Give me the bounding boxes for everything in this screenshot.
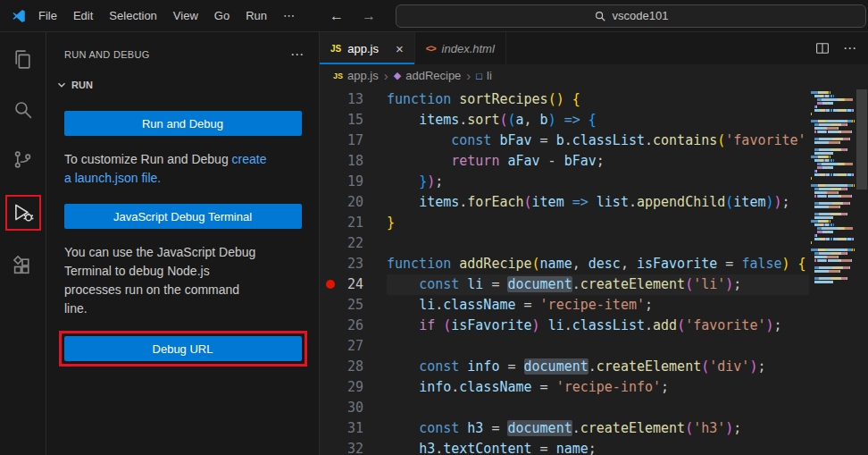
activity-extensions-icon[interactable]	[9, 252, 38, 281]
js-debug-terminal-button[interactable]: JavaScript Debug Terminal	[64, 204, 302, 229]
code-line-13[interactable]: function sortRecipes() {	[387, 89, 809, 110]
search-icon	[594, 10, 606, 22]
breadcrumb-item-app.js[interactable]: JSapp.js	[333, 69, 379, 82]
code-token: )	[765, 317, 773, 333]
activity-run-debug-icon[interactable]	[5, 195, 41, 231]
menu-item-file[interactable]: File	[30, 5, 65, 26]
minimap-segment	[811, 166, 817, 169]
scrollbar-thumb[interactable]	[856, 89, 867, 190]
line-number-32[interactable]: 32	[320, 439, 379, 455]
line-number-28[interactable]: 28	[320, 357, 379, 377]
code-token	[387, 173, 419, 190]
code-token: )	[782, 256, 790, 272]
chevron-right-icon: ›	[466, 68, 471, 83]
minimap[interactable]	[809, 89, 855, 455]
minimap-segment	[833, 223, 834, 226]
code-token: .	[564, 132, 572, 148]
line-number-24[interactable]: 24	[320, 274, 379, 295]
sidebar-more-actions-icon[interactable]: ⋯	[290, 46, 305, 63]
minimap-line	[809, 206, 855, 208]
line-number-31[interactable]: 31	[320, 418, 379, 439]
activity-search-icon[interactable]	[9, 95, 38, 123]
minimap-segment	[811, 177, 812, 180]
line-number-29[interactable]: 29	[320, 377, 379, 398]
breadcrumb-item-addRecipe[interactable]: ◆addRecipe	[394, 69, 462, 82]
line-number-26[interactable]: 26	[320, 316, 379, 336]
minimap-segment	[832, 216, 833, 219]
tab-app.js[interactable]: JSapp.js×	[320, 32, 415, 64]
activity-explorer-icon[interactable]	[9, 45, 38, 73]
minimap-segment	[823, 277, 830, 280]
editor-more-actions-icon[interactable]: ⋯	[843, 40, 857, 56]
code-line-15[interactable]: items.sort((a, b) => {	[387, 110, 809, 131]
minimap-segment	[847, 148, 847, 151]
code-line-20[interactable]: items.forEach(item => list.appendChild(i…	[387, 192, 809, 213]
line-number-27[interactable]: 27	[320, 336, 379, 357]
code-line-32[interactable]: h3.textContent = name;	[387, 439, 809, 455]
run-and-debug-button[interactable]: Run and Debug	[64, 111, 302, 136]
line-number-20[interactable]: 20	[320, 192, 379, 213]
activity-source-control-icon[interactable]	[9, 145, 38, 173]
code-token: ;	[588, 441, 597, 455]
line-number-22[interactable]: 22	[320, 233, 379, 254]
line-number-15[interactable]: 15	[320, 110, 379, 131]
code-line-23[interactable]: function addRecipe(name, desc, isFavorit…	[387, 254, 809, 274]
code-token: -	[540, 153, 564, 169]
code-line-29[interactable]: info.className = 'recipe-info';	[387, 377, 809, 398]
code-token: 'li'	[693, 276, 725, 292]
code-token: .	[645, 317, 653, 333]
code-token: desc	[588, 256, 621, 272]
minimap-segment	[830, 98, 837, 101]
run-section-header[interactable]: RUN	[46, 63, 319, 91]
code-line-31[interactable]: const h3 = document.createElement('h3');	[387, 418, 809, 439]
code-lines[interactable]: function sortRecipes() { items.sort((a, …	[379, 89, 809, 455]
code-token: {	[588, 112, 597, 128]
minimap-segment	[830, 259, 838, 262]
code-line-17[interactable]: const bFav = b.classList.contains('favor…	[387, 131, 809, 151]
search-box[interactable]: vscode101	[396, 4, 866, 28]
run-debug-sidebar: RUN AND DEBUG ⋯ RUN Run and Debug To cus…	[46, 32, 320, 455]
breakpoint-icon[interactable]	[326, 280, 335, 289]
code-line-19[interactable]: });	[387, 172, 809, 192]
line-number-21[interactable]: 21	[320, 213, 379, 233]
code-line-22[interactable]	[387, 233, 809, 254]
menu-item-view[interactable]: View	[165, 5, 206, 26]
line-number-19[interactable]: 19	[320, 172, 379, 192]
menu-item-edit[interactable]: Edit	[65, 5, 101, 26]
code-line-21[interactable]: }	[387, 213, 809, 233]
line-number-25[interactable]: 25	[320, 295, 379, 316]
line-number-text: 20	[347, 192, 363, 213]
code-line-25[interactable]: li.className = 'recipe-item';	[387, 295, 809, 316]
line-number-text: 13	[347, 89, 363, 110]
minimap-segment	[825, 266, 831, 269]
code-line-18[interactable]: return aFav - bFav;	[387, 151, 809, 172]
line-number-text: 28	[347, 357, 363, 377]
sidebar-title: RUN AND DEBUG	[64, 49, 150, 60]
menu-item-selection[interactable]: Selection	[101, 5, 164, 26]
debug-url-button[interactable]: Debug URL	[64, 336, 302, 361]
back-arrow-icon[interactable]: ←	[330, 8, 344, 24]
menu-item-more[interactable]: ⋯	[275, 5, 303, 26]
code-line-30[interactable]	[387, 398, 809, 418]
code-line-24[interactable]: const li = document.createElement('li');	[387, 274, 809, 295]
line-number-13[interactable]: 13	[320, 89, 379, 110]
code-line-27[interactable]	[387, 336, 809, 357]
code-line-28[interactable]: const info = document.createElement('div…	[387, 357, 809, 377]
minimap-line	[809, 195, 855, 198]
code-editor[interactable]: 131517181920212223242526272829303132 fun…	[320, 87, 868, 455]
line-number-30[interactable]: 30	[320, 398, 379, 418]
line-number-23[interactable]: 23	[320, 254, 379, 274]
breadcrumb-item-li[interactable]: □li	[476, 69, 491, 82]
split-editor-icon[interactable]	[814, 40, 830, 56]
forward-arrow-icon[interactable]: →	[362, 8, 376, 24]
minimap-segment	[838, 98, 844, 101]
code-line-26[interactable]: if (isFavorite) li.classList.add('favori…	[387, 316, 809, 336]
line-number-17[interactable]: 17	[320, 131, 379, 151]
menu-item-run[interactable]: Run	[238, 5, 275, 26]
editor-scrollbar[interactable]	[855, 89, 868, 455]
tab-index.html[interactable]: <>index.html	[415, 32, 506, 64]
minimap-segment	[817, 152, 826, 155]
close-icon[interactable]: ×	[396, 41, 404, 56]
line-number-18[interactable]: 18	[320, 151, 379, 172]
menu-item-go[interactable]: Go	[206, 5, 238, 26]
